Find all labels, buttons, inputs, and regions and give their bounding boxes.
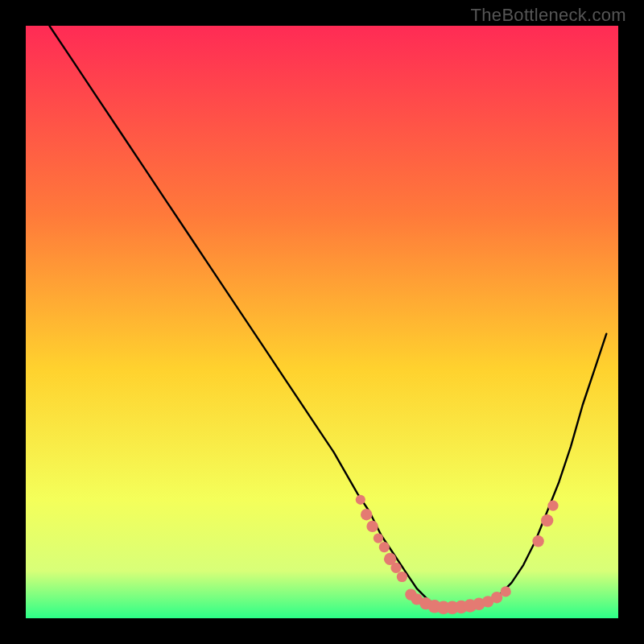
bottleneck-chart	[26, 26, 618, 618]
curve-marker	[547, 501, 558, 511]
gradient-background	[26, 26, 618, 618]
curve-marker	[356, 495, 365, 505]
curve-marker	[397, 572, 407, 582]
curve-marker	[379, 542, 390, 552]
curve-marker	[366, 521, 378, 532]
watermark-text: TheBottleneck.com	[471, 5, 626, 26]
curve-marker	[374, 534, 383, 543]
curve-marker	[541, 514, 553, 526]
curve-marker	[361, 509, 372, 520]
curve-marker	[390, 563, 401, 573]
plot-area	[26, 26, 618, 618]
curve-marker	[501, 586, 511, 597]
curve-marker	[532, 535, 543, 547]
chart-container: TheBottleneck.com	[0, 0, 644, 644]
